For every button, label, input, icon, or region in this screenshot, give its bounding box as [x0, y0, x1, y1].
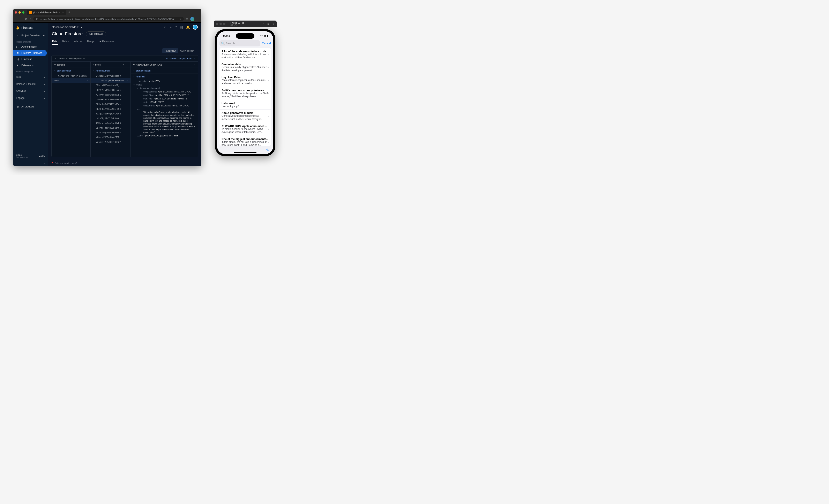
home-indicator[interactable] — [234, 152, 256, 153]
sidebar-category-build[interactable]: Build ⌄ — [13, 74, 48, 80]
user-avatar[interactable] — [193, 25, 198, 30]
tab-data[interactable]: Data — [52, 38, 58, 45]
note-item[interactable]: Swift's new concurrency features...As Do… — [219, 87, 271, 100]
field-create-time[interactable]: createTime:April 24, 2024 at 4:55:21 PM … — [131, 94, 198, 97]
note-item[interactable]: Hello WorldHow is it going?› — [219, 100, 271, 110]
notifications-icon[interactable]: 🔔 — [186, 25, 190, 29]
sidebar-item-authentication[interactable]: ▸▸ Authentication — [13, 44, 48, 50]
field-state[interactable]: state:"COMPLETED" — [131, 101, 198, 104]
back-button[interactable]: ← — [15, 17, 18, 21]
close-window-button[interactable] — [15, 11, 17, 13]
url-bar[interactable]: ⚙ console.firebase.google.com/project/pf… — [33, 16, 184, 22]
sidebar-item-functions[interactable]: (·) Functions — [13, 56, 48, 62]
field-userid[interactable]: userId:"pOeHfwsbU1ODjatMdhSPk5kTlH43" — [131, 134, 198, 138]
panel-view-button[interactable]: Panel view — [163, 48, 178, 53]
document-item[interactable]: y26jksfYBSd83Rv30sWY — [91, 140, 131, 144]
field-status[interactable]: ▾ status — [131, 83, 198, 86]
modify-plan-link[interactable]: Modify — [39, 155, 45, 157]
note-item[interactable]: At WWDC 2019, Apple announced...To make … — [219, 123, 271, 136]
document-item[interactable]: OSGYXPF4F2K6NWmS3Rbh — [91, 97, 131, 102]
sidebar-category-engage[interactable]: Engage ⌄ — [13, 95, 48, 102]
minimize-window-button[interactable] — [219, 23, 222, 25]
field-embedding[interactable]: embedding:vector<768> — [131, 79, 198, 83]
breadcrumb-doc[interactable]: 6ZDaUg9t4VO5l. — [69, 57, 86, 60]
chevron-down-icon[interactable]: ⌄ — [193, 57, 195, 60]
document-item[interactable]: w5z7CXDqGAeuuKOe1MuJ — [91, 130, 131, 135]
bookmark-icon[interactable]: ☆ — [179, 18, 181, 20]
tab-extensions[interactable]: ✦ Extensions — [99, 38, 115, 45]
reload-button[interactable]: ⟳ — [25, 17, 28, 21]
add-document-button[interactable]: + Add document — [91, 68, 131, 74]
profile-avatar[interactable] — [190, 17, 194, 21]
note-item[interactable]: Hey! I am PeterI'm a software engineer, … — [219, 74, 271, 87]
filter-icon[interactable]: ⇅ — [122, 63, 124, 66]
new-tab-button[interactable]: + — [68, 10, 70, 14]
notes-icon[interactable]: ▤ — [180, 25, 183, 29]
settings-gear-icon[interactable]: ⚙ — [43, 34, 45, 37]
document-item[interactable]: OUJsdQa6vLV4T8IqR6ak — [91, 102, 131, 107]
project-selector[interactable]: pfr-codelab-fvs-mobile-01 ▾ — [52, 26, 82, 29]
field-vector-search[interactable]: ▾ firestore-vector-search — [131, 86, 198, 90]
document-item[interactable]: vzsrfrTsa6thBSpapN6l — [91, 125, 131, 130]
document-item[interactable]: 243ee9h6kpv7Zzdxdo9D — [91, 74, 131, 78]
sidebar-item-firestore[interactable]: ≋ Firestore Database — [13, 50, 47, 56]
site-settings-icon[interactable]: ⚙ — [36, 18, 38, 20]
add-field-button[interactable]: + Add field — [131, 74, 198, 79]
close-window-button[interactable] — [216, 23, 218, 25]
home-icon[interactable]: ⌂ — [262, 23, 264, 26]
note-item[interactable]: A lot of the code we write has to de...A… — [219, 48, 271, 61]
start-collection-button[interactable]: + Start collection — [131, 68, 198, 74]
home-button[interactable]: ⌂ — [30, 17, 31, 21]
share-icon[interactable]: ⇪ — [272, 23, 275, 26]
caret-down-icon[interactable]: ▾ — [134, 84, 136, 86]
browser-menu-icon[interactable]: ⋮ — [196, 17, 199, 21]
compose-icon[interactable]: ✎ — [266, 148, 269, 152]
sidebar-project-overview[interactable]: ⌂ Project Overview ⚙ — [13, 32, 48, 39]
search-input[interactable]: 🔍 Search — [219, 40, 260, 46]
field-start-time[interactable]: startTime:April 24, 2024 at 4:55:31 PM U… — [131, 97, 198, 101]
start-collection-button[interactable]: + Start collection — [51, 68, 91, 74]
more-icon[interactable]: ⋮ — [193, 63, 195, 66]
screenshot-icon[interactable]: ▣ — [267, 23, 269, 26]
tab-rules[interactable]: Rules — [62, 38, 69, 45]
sidebar-item-extensions[interactable]: ✦ Extensions — [13, 62, 48, 68]
sparkle-icon[interactable]: ✦ — [170, 25, 172, 29]
home-icon[interactable]: ⌂ — [55, 57, 56, 60]
query-builder-button[interactable]: Query builder — [180, 49, 194, 52]
extensions-icon[interactable]: ⊞ — [186, 17, 188, 21]
forward-button[interactable]: → — [20, 17, 23, 21]
note-item[interactable]: About generative modelsGenerative artifi… — [219, 110, 271, 123]
document-item[interactable]: MI4YKm6Olapw7aLWVyDZ — [91, 93, 131, 97]
tab-usage[interactable]: Usage — [87, 38, 95, 45]
maximize-window-button[interactable] — [223, 23, 225, 25]
document-item[interactable]: kbJJPFafXmb5utuCFWOx — [91, 107, 131, 111]
field-update-time[interactable]: updateTime:April 24, 2024 at 4:55:31 PM … — [131, 104, 198, 107]
note-item[interactable]: Gemini modelsGemini is a family of gener… — [219, 61, 271, 74]
help-icon[interactable]: ? — [175, 25, 177, 29]
sidebar-category-release[interactable]: Release & Monitor ⌄ — [13, 80, 48, 87]
document-item[interactable]: EB2Yh9xw1S6ecCBlC7Ae — [91, 88, 131, 93]
more-menu-icon[interactable]: ⋮ — [196, 49, 198, 52]
sidebar-all-products[interactable]: ⊞ All products — [13, 104, 48, 110]
document-item[interactable]: ⋮6ZDaUg9t4VO5lbPREAIL› — [91, 78, 131, 83]
caret-down-icon[interactable]: ▾ — [137, 87, 139, 89]
tab-indexes[interactable]: Indexes — [73, 38, 83, 45]
collapse-sidebar-button[interactable]: ‹ — [13, 161, 48, 166]
document-item[interactable]: li5gqJcNtHeQmJyLkpea — [91, 111, 131, 116]
more-gcloud-link[interactable]: More in Google Cloud — [170, 57, 191, 60]
document-item[interactable]: tVKnHcjvwlnhOoe09VB3 — [91, 121, 131, 125]
more-icon[interactable]: ⋮ — [126, 63, 128, 66]
notes-list[interactable]: A lot of the code we write has to de...A… — [219, 48, 271, 146]
add-database-button[interactable]: Add database — [86, 31, 106, 36]
breadcrumb-notes[interactable]: notes — [59, 57, 65, 60]
note-item[interactable]: One of the biggest announcements...In th… — [219, 136, 271, 146]
sidebar-category-analytics[interactable]: Analytics ⌄ — [13, 87, 48, 95]
field-text[interactable]: text: — [131, 107, 198, 111]
collection-item-notes[interactable]: notes › — [51, 78, 91, 83]
theme-toggle-icon[interactable]: ☼ — [164, 25, 167, 29]
collection-item[interactable]: _firestore-vector-search — [51, 74, 91, 78]
minimize-window-button[interactable] — [19, 11, 21, 13]
sidebar-brand[interactable]: Firebase — [13, 23, 48, 32]
document-item[interactable]: qWzv0FyKTqYl0wR8YaCc — [91, 116, 131, 121]
tab-close-icon[interactable]: × — [62, 11, 64, 14]
